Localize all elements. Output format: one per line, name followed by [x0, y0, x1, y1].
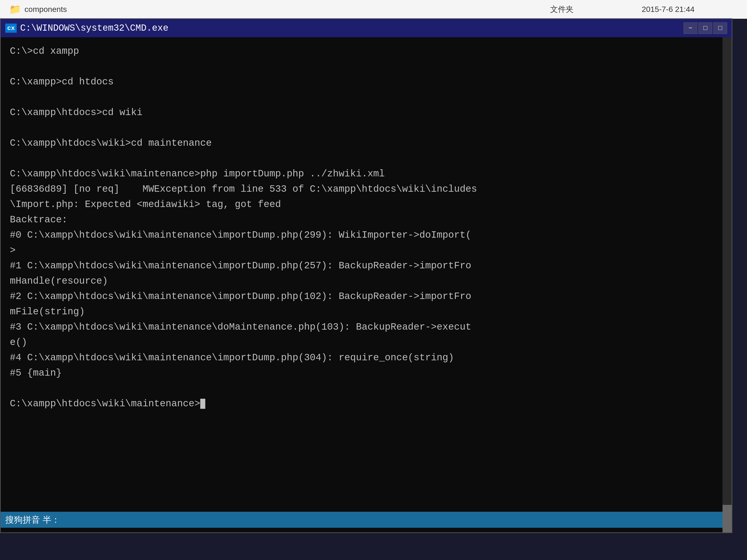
cmd-line-spacer-3 [10, 152, 722, 166]
cmd-line-13: mFile(string) [10, 305, 722, 319]
cmd-line-9: > [10, 243, 722, 258]
cmd-title: C:\WINDOWS\system32\CMD.exe [20, 23, 169, 33]
cmd-titlebar: cx C:\WINDOWS\system32\CMD.exe − □ □ [1, 19, 732, 37]
cmd-line-11: mHandle(resource) [10, 274, 722, 289]
cmd-line-3: C:\xampp\htdocs\wiki>cd maintenance [10, 136, 722, 151]
cmd-icon: cx [5, 24, 17, 33]
cmd-line-10: #1 C:\xampp\htdocs\wiki\maintenance\impo… [10, 259, 722, 273]
cmd-line-5: [66836d89] [no req] MWException from lin… [10, 182, 722, 196]
cmd-line-spacer-0 [10, 59, 722, 74]
cmd-line-17: #5 {main} [10, 366, 722, 380]
minimize-button[interactable]: − [684, 22, 697, 34]
cmd-line-4: C:\xampp\htdocs\wiki\maintenance>php imp… [10, 167, 722, 181]
cmd-line-spacer-2 [10, 121, 722, 135]
scrollbar-thumb[interactable] [722, 505, 732, 532]
cmd-content: C:\>cd xampp C:\xampp>cd htdocs C:\xampp… [1, 37, 732, 532]
cmd-line-8: #0 C:\xampp\htdocs\wiki\maintenance\impo… [10, 228, 722, 242]
restore-button[interactable]: □ [698, 22, 712, 34]
file-row-name-1: 📁 components [0, 4, 541, 15]
cmd-line-prompt: C:\xampp\htdocs\wiki\maintenance> [10, 397, 722, 411]
cmd-line-spacer-1 [10, 90, 722, 105]
cmd-titlebar-content: cx C:\WINDOWS\system32\CMD.exe [5, 23, 169, 33]
cursor [200, 399, 205, 409]
cmd-line-1: C:\xampp>cd htdocs [10, 75, 722, 89]
cmd-line-12: #2 C:\xampp\htdocs\wiki\maintenance\impo… [10, 289, 722, 304]
ime-label: 搜狗拼音 半： [5, 514, 60, 526]
scrollbar[interactable] [722, 37, 732, 532]
cmd-line-7: Backtrace: [10, 213, 722, 227]
file-date-1: 2015-7-6 21:44 [633, 5, 747, 14]
folder-icon-1: 📁 [9, 4, 21, 15]
ime-bar: 搜狗拼音 半： [1, 512, 732, 528]
cmd-line-0: C:\>cd xampp [10, 44, 722, 58]
file-explorer-bar: 📁 components 文件夹 2015-7-6 21:44 [0, 0, 747, 19]
cmd-line-16: #4 C:\xampp\htdocs\wiki\maintenance\impo… [10, 351, 722, 365]
cmd-controls: − □ □ [684, 22, 727, 34]
file-type-1: 文件夹 [541, 4, 633, 15]
cmd-line-2: C:\xampp\htdocs>cd wiki [10, 105, 722, 120]
cmd-window: cx C:\WINDOWS\system32\CMD.exe − □ □ C:\… [0, 18, 732, 533]
cmd-line-14: #3 C:\xampp\htdocs\wiki\maintenance\doMa… [10, 320, 722, 335]
cmd-line-spacer-4 [10, 381, 722, 396]
maximize-button[interactable]: □ [713, 22, 727, 34]
file-name-1: components [25, 5, 67, 14]
cmd-line-15: e() [10, 336, 722, 350]
cmd-line-6: \Import.php: Expected <mediawiki> tag, g… [10, 197, 722, 212]
